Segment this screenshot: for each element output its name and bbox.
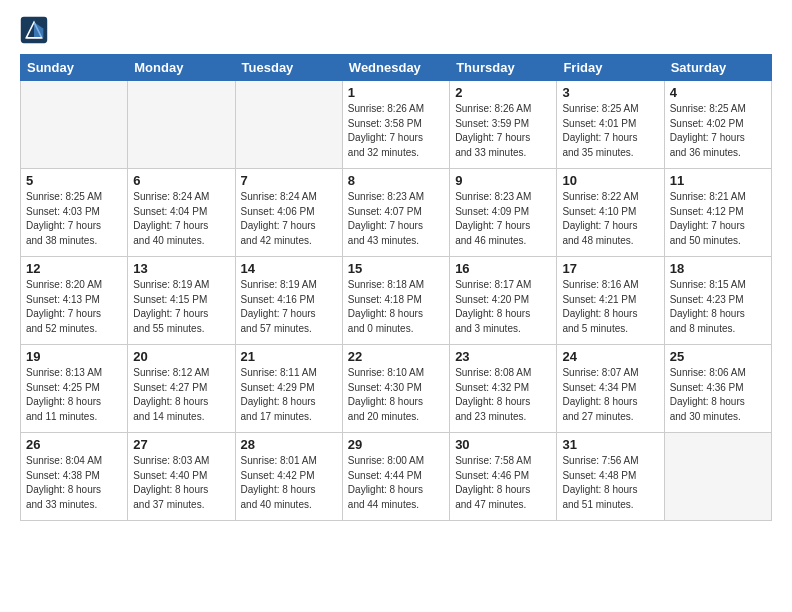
weekday-header-row: SundayMondayTuesdayWednesdayThursdayFrid… bbox=[21, 55, 772, 81]
calendar-cell: 23Sunrise: 8:08 AM Sunset: 4:32 PM Dayli… bbox=[450, 345, 557, 433]
calendar-cell: 9Sunrise: 8:23 AM Sunset: 4:09 PM Daylig… bbox=[450, 169, 557, 257]
calendar-cell: 28Sunrise: 8:01 AM Sunset: 4:42 PM Dayli… bbox=[235, 433, 342, 521]
day-number: 7 bbox=[241, 173, 337, 188]
day-info: Sunrise: 7:56 AM Sunset: 4:48 PM Dayligh… bbox=[562, 454, 658, 512]
day-info: Sunrise: 8:25 AM Sunset: 4:01 PM Dayligh… bbox=[562, 102, 658, 160]
calendar-cell: 30Sunrise: 7:58 AM Sunset: 4:46 PM Dayli… bbox=[450, 433, 557, 521]
calendar-cell: 13Sunrise: 8:19 AM Sunset: 4:15 PM Dayli… bbox=[128, 257, 235, 345]
weekday-header-monday: Monday bbox=[128, 55, 235, 81]
day-info: Sunrise: 8:23 AM Sunset: 4:09 PM Dayligh… bbox=[455, 190, 551, 248]
calendar-cell: 7Sunrise: 8:24 AM Sunset: 4:06 PM Daylig… bbox=[235, 169, 342, 257]
day-number: 25 bbox=[670, 349, 766, 364]
calendar-cell: 27Sunrise: 8:03 AM Sunset: 4:40 PM Dayli… bbox=[128, 433, 235, 521]
day-number: 31 bbox=[562, 437, 658, 452]
day-number: 15 bbox=[348, 261, 444, 276]
day-number: 3 bbox=[562, 85, 658, 100]
calendar-cell: 14Sunrise: 8:19 AM Sunset: 4:16 PM Dayli… bbox=[235, 257, 342, 345]
calendar-cell: 4Sunrise: 8:25 AM Sunset: 4:02 PM Daylig… bbox=[664, 81, 771, 169]
day-number: 13 bbox=[133, 261, 229, 276]
calendar: SundayMondayTuesdayWednesdayThursdayFrid… bbox=[20, 54, 772, 521]
calendar-cell: 15Sunrise: 8:18 AM Sunset: 4:18 PM Dayli… bbox=[342, 257, 449, 345]
calendar-cell: 20Sunrise: 8:12 AM Sunset: 4:27 PM Dayli… bbox=[128, 345, 235, 433]
day-info: Sunrise: 8:24 AM Sunset: 4:04 PM Dayligh… bbox=[133, 190, 229, 248]
calendar-cell bbox=[664, 433, 771, 521]
day-info: Sunrise: 8:10 AM Sunset: 4:30 PM Dayligh… bbox=[348, 366, 444, 424]
day-number: 4 bbox=[670, 85, 766, 100]
day-number: 21 bbox=[241, 349, 337, 364]
calendar-cell: 6Sunrise: 8:24 AM Sunset: 4:04 PM Daylig… bbox=[128, 169, 235, 257]
day-info: Sunrise: 8:16 AM Sunset: 4:21 PM Dayligh… bbox=[562, 278, 658, 336]
day-number: 27 bbox=[133, 437, 229, 452]
calendar-cell: 18Sunrise: 8:15 AM Sunset: 4:23 PM Dayli… bbox=[664, 257, 771, 345]
day-number: 5 bbox=[26, 173, 122, 188]
calendar-cell: 12Sunrise: 8:20 AM Sunset: 4:13 PM Dayli… bbox=[21, 257, 128, 345]
day-info: Sunrise: 8:01 AM Sunset: 4:42 PM Dayligh… bbox=[241, 454, 337, 512]
day-info: Sunrise: 8:25 AM Sunset: 4:03 PM Dayligh… bbox=[26, 190, 122, 248]
day-info: Sunrise: 8:26 AM Sunset: 3:59 PM Dayligh… bbox=[455, 102, 551, 160]
day-info: Sunrise: 8:04 AM Sunset: 4:38 PM Dayligh… bbox=[26, 454, 122, 512]
weekday-header-sunday: Sunday bbox=[21, 55, 128, 81]
day-info: Sunrise: 8:24 AM Sunset: 4:06 PM Dayligh… bbox=[241, 190, 337, 248]
calendar-cell: 21Sunrise: 8:11 AM Sunset: 4:29 PM Dayli… bbox=[235, 345, 342, 433]
day-number: 26 bbox=[26, 437, 122, 452]
calendar-cell: 31Sunrise: 7:56 AM Sunset: 4:48 PM Dayli… bbox=[557, 433, 664, 521]
day-number: 12 bbox=[26, 261, 122, 276]
day-number: 30 bbox=[455, 437, 551, 452]
day-info: Sunrise: 8:17 AM Sunset: 4:20 PM Dayligh… bbox=[455, 278, 551, 336]
day-info: Sunrise: 7:58 AM Sunset: 4:46 PM Dayligh… bbox=[455, 454, 551, 512]
week-row-2: 5Sunrise: 8:25 AM Sunset: 4:03 PM Daylig… bbox=[21, 169, 772, 257]
day-number: 28 bbox=[241, 437, 337, 452]
weekday-header-saturday: Saturday bbox=[664, 55, 771, 81]
day-info: Sunrise: 8:25 AM Sunset: 4:02 PM Dayligh… bbox=[670, 102, 766, 160]
calendar-cell: 10Sunrise: 8:22 AM Sunset: 4:10 PM Dayli… bbox=[557, 169, 664, 257]
week-row-3: 12Sunrise: 8:20 AM Sunset: 4:13 PM Dayli… bbox=[21, 257, 772, 345]
day-info: Sunrise: 8:07 AM Sunset: 4:34 PM Dayligh… bbox=[562, 366, 658, 424]
day-info: Sunrise: 8:03 AM Sunset: 4:40 PM Dayligh… bbox=[133, 454, 229, 512]
day-number: 17 bbox=[562, 261, 658, 276]
day-number: 22 bbox=[348, 349, 444, 364]
calendar-cell bbox=[235, 81, 342, 169]
day-number: 10 bbox=[562, 173, 658, 188]
calendar-cell: 3Sunrise: 8:25 AM Sunset: 4:01 PM Daylig… bbox=[557, 81, 664, 169]
day-info: Sunrise: 8:12 AM Sunset: 4:27 PM Dayligh… bbox=[133, 366, 229, 424]
calendar-cell: 5Sunrise: 8:25 AM Sunset: 4:03 PM Daylig… bbox=[21, 169, 128, 257]
day-number: 16 bbox=[455, 261, 551, 276]
calendar-cell: 29Sunrise: 8:00 AM Sunset: 4:44 PM Dayli… bbox=[342, 433, 449, 521]
day-info: Sunrise: 8:20 AM Sunset: 4:13 PM Dayligh… bbox=[26, 278, 122, 336]
day-info: Sunrise: 8:11 AM Sunset: 4:29 PM Dayligh… bbox=[241, 366, 337, 424]
week-row-4: 19Sunrise: 8:13 AM Sunset: 4:25 PM Dayli… bbox=[21, 345, 772, 433]
day-number: 1 bbox=[348, 85, 444, 100]
day-info: Sunrise: 8:21 AM Sunset: 4:12 PM Dayligh… bbox=[670, 190, 766, 248]
day-info: Sunrise: 8:08 AM Sunset: 4:32 PM Dayligh… bbox=[455, 366, 551, 424]
day-info: Sunrise: 8:15 AM Sunset: 4:23 PM Dayligh… bbox=[670, 278, 766, 336]
logo-icon bbox=[20, 16, 48, 44]
weekday-header-tuesday: Tuesday bbox=[235, 55, 342, 81]
calendar-cell: 17Sunrise: 8:16 AM Sunset: 4:21 PM Dayli… bbox=[557, 257, 664, 345]
day-info: Sunrise: 8:23 AM Sunset: 4:07 PM Dayligh… bbox=[348, 190, 444, 248]
calendar-cell: 11Sunrise: 8:21 AM Sunset: 4:12 PM Dayli… bbox=[664, 169, 771, 257]
day-number: 6 bbox=[133, 173, 229, 188]
weekday-header-thursday: Thursday bbox=[450, 55, 557, 81]
calendar-cell: 24Sunrise: 8:07 AM Sunset: 4:34 PM Dayli… bbox=[557, 345, 664, 433]
header bbox=[20, 16, 772, 44]
week-row-1: 1Sunrise: 8:26 AM Sunset: 3:58 PM Daylig… bbox=[21, 81, 772, 169]
day-info: Sunrise: 8:26 AM Sunset: 3:58 PM Dayligh… bbox=[348, 102, 444, 160]
day-info: Sunrise: 8:13 AM Sunset: 4:25 PM Dayligh… bbox=[26, 366, 122, 424]
calendar-cell: 22Sunrise: 8:10 AM Sunset: 4:30 PM Dayli… bbox=[342, 345, 449, 433]
calendar-cell: 2Sunrise: 8:26 AM Sunset: 3:59 PM Daylig… bbox=[450, 81, 557, 169]
calendar-cell: 25Sunrise: 8:06 AM Sunset: 4:36 PM Dayli… bbox=[664, 345, 771, 433]
calendar-cell: 8Sunrise: 8:23 AM Sunset: 4:07 PM Daylig… bbox=[342, 169, 449, 257]
day-number: 14 bbox=[241, 261, 337, 276]
logo bbox=[20, 16, 50, 44]
calendar-cell bbox=[128, 81, 235, 169]
calendar-cell: 19Sunrise: 8:13 AM Sunset: 4:25 PM Dayli… bbox=[21, 345, 128, 433]
day-info: Sunrise: 8:06 AM Sunset: 4:36 PM Dayligh… bbox=[670, 366, 766, 424]
day-number: 23 bbox=[455, 349, 551, 364]
day-info: Sunrise: 8:19 AM Sunset: 4:16 PM Dayligh… bbox=[241, 278, 337, 336]
day-number: 8 bbox=[348, 173, 444, 188]
day-info: Sunrise: 8:19 AM Sunset: 4:15 PM Dayligh… bbox=[133, 278, 229, 336]
day-number: 18 bbox=[670, 261, 766, 276]
calendar-cell bbox=[21, 81, 128, 169]
day-number: 2 bbox=[455, 85, 551, 100]
day-info: Sunrise: 8:00 AM Sunset: 4:44 PM Dayligh… bbox=[348, 454, 444, 512]
